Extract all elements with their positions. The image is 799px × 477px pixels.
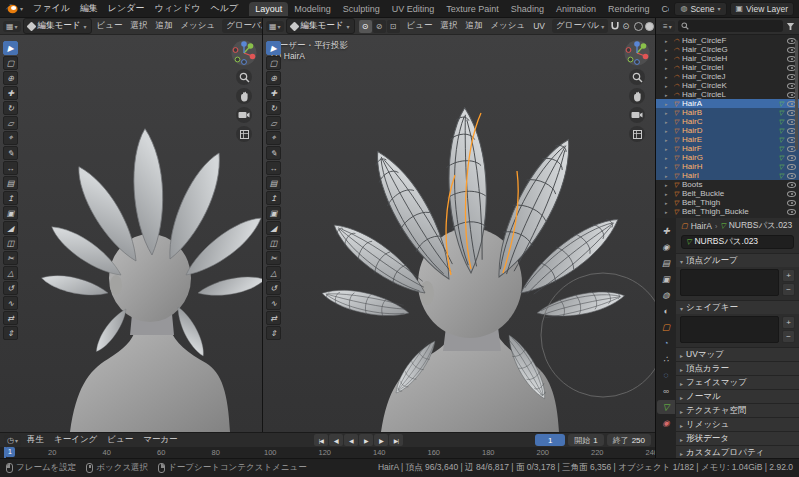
transform-orientation-selector[interactable]: グローバル ▾ (552, 19, 608, 33)
visibility-eye-icon[interactable] (787, 191, 796, 197)
breadcrumb-object[interactable]: HairA (691, 221, 712, 231)
timeline-ruler[interactable]: 20 40 60 80 100 120 140 160 (0, 447, 655, 458)
scene-selector[interactable]: ◍ Scene ▾ (674, 2, 726, 16)
proportional-edit-icon[interactable]: ⊙ (622, 20, 629, 33)
annotate-tool[interactable]: ✎ (3, 146, 18, 160)
camera-view-button[interactable] (236, 107, 252, 123)
editor-type-button[interactable]: ▦▾ (3, 21, 21, 32)
rotate-tool[interactable]: ↻ (266, 101, 281, 115)
panel-header[interactable]: 形状データ (676, 432, 799, 445)
panel-list-box[interactable] (680, 316, 779, 343)
annotate-tool[interactable]: ✎ (266, 146, 281, 160)
outliner-item[interactable]: ▸ ◠ Hair_CircleH (656, 54, 799, 63)
spin-tool[interactable]: ↺ (266, 281, 281, 295)
outliner-search-input[interactable] (678, 20, 783, 32)
transform-orientation-selector[interactable]: グローバル ▾ (222, 19, 262, 33)
expand-arrow-icon[interactable]: ▸ (665, 209, 670, 215)
workspace-tab[interactable]: Rendering (602, 2, 656, 16)
viewport-right-canvas[interactable]: ユーザー・平行投影 (1) HairA ▶ ▢ ⊕ ✚ (263, 35, 655, 432)
topbar-menu-item[interactable]: ヘルプ (206, 2, 244, 15)
viewport-menu-item[interactable]: メッシュ (487, 20, 528, 32)
world-tab[interactable]: ◐ (657, 304, 675, 318)
viewport-left-canvas[interactable]: ▶ ▢ ⊕ ✚ ↻ ▱ ⌖ (0, 35, 262, 432)
knife-tool[interactable]: ✂ (3, 251, 18, 265)
panel-header[interactable]: フェイスマップ (676, 376, 799, 389)
viewport-menu-item[interactable]: UV (530, 21, 548, 31)
workspace-tab[interactable]: UV Editing (386, 2, 441, 16)
poly-build-tool[interactable]: △ (3, 266, 18, 280)
panel-header[interactable]: 頂点グループ (676, 254, 799, 267)
inset-faces-tool[interactable]: ▣ (266, 206, 281, 220)
outliner-item[interactable]: ▸ ▽ HairB ▽ (656, 108, 799, 117)
expand-arrow-icon[interactable]: ▸ (665, 164, 670, 170)
outliner-item[interactable]: ▸ ▽ Belt_Buckle (656, 189, 799, 198)
add-cube-tool[interactable]: ▤ (266, 176, 281, 190)
select-tweak-tool[interactable]: ▶ (3, 41, 18, 55)
3d-scene-left[interactable] (0, 35, 262, 432)
visibility-eye-icon[interactable] (787, 200, 796, 206)
outliner-item[interactable]: ▸ ▽ Boots (656, 180, 799, 189)
camera-view-button[interactable] (629, 107, 645, 123)
panel-header[interactable]: リメッシュ (676, 418, 799, 431)
rotate-tool[interactable]: ↻ (3, 101, 18, 115)
panel-list-box[interactable] (680, 269, 779, 296)
visibility-eye-icon[interactable] (787, 155, 796, 161)
visibility-eye-icon[interactable] (787, 164, 796, 170)
cursor-3d-tool[interactable]: ⊕ (266, 71, 281, 85)
outliner-scrollbar[interactable] (795, 40, 798, 150)
extrude-region-tool[interactable]: ↥ (266, 191, 281, 205)
prev-keyframe-button[interactable]: ◀| (329, 434, 343, 446)
orthographic-toggle-button[interactable] (629, 126, 645, 142)
workspace-tab[interactable]: Layout (249, 2, 288, 16)
visibility-eye-icon[interactable] (787, 173, 796, 179)
viewport-menu-item[interactable]: 選択 (127, 20, 150, 32)
navigation-gizmo[interactable] (231, 40, 257, 66)
timeline-menu-item[interactable]: キーイング (50, 434, 101, 446)
panel-header[interactable]: シェイプキー (676, 301, 799, 314)
workspace-tab[interactable]: Shading (505, 2, 550, 16)
edge-slide-tool[interactable]: ⇄ (3, 311, 18, 325)
expand-arrow-icon[interactable]: ▸ (665, 173, 670, 179)
expand-arrow-icon[interactable]: ▸ (665, 182, 670, 188)
expand-arrow-icon[interactable]: ▸ (665, 128, 670, 134)
current-frame-field[interactable]: 1 (535, 434, 565, 446)
timeline-menu-item[interactable]: 再生 (23, 434, 48, 446)
extrude-region-tool[interactable]: ↥ (3, 191, 18, 205)
filter-icon[interactable] (786, 22, 795, 31)
spin-tool[interactable]: ↺ (3, 281, 18, 295)
outliner-item[interactable]: ▸ ▽ HairA ▽ (656, 99, 799, 108)
bevel-tool[interactable]: ◢ (3, 221, 18, 235)
transform-tool[interactable]: ⌖ (3, 131, 18, 145)
expand-arrow-icon[interactable]: ▸ (665, 110, 670, 116)
outliner-item[interactable]: ▸ ◠ Hair_CircleK (656, 81, 799, 90)
material-tab[interactable]: ◉ (657, 416, 675, 430)
expand-arrow-icon[interactable]: ▸ (665, 47, 670, 53)
select-tweak-tool[interactable]: ▶ (266, 41, 281, 55)
smooth-tool[interactable]: ∿ (266, 296, 281, 310)
mode-selector[interactable]: 編集モード ▾ (23, 18, 92, 34)
remove-item-button[interactable]: − (782, 283, 795, 296)
loop-cut-tool[interactable]: ◫ (3, 236, 18, 250)
cursor-3d-tool[interactable]: ⊕ (3, 71, 18, 85)
3d-scene-right[interactable] (263, 35, 655, 432)
outliner-item[interactable]: ▸ ▽ Belt_Thigh (656, 198, 799, 207)
play-button[interactable]: ▶ (359, 434, 373, 446)
zoom-button[interactable] (236, 69, 252, 85)
pan-button[interactable] (629, 88, 645, 104)
outliner-item[interactable]: ▸ ▽ HairI ▽ (656, 171, 799, 180)
viewport-menu-item[interactable]: メッシュ (177, 20, 218, 32)
timeline-menu-item[interactable]: ビュー (103, 434, 137, 446)
workspace-tab[interactable]: Sculpting (337, 2, 386, 16)
move-tool[interactable]: ✚ (3, 86, 18, 100)
loop-cut-tool[interactable]: ◫ (266, 236, 281, 250)
data-name-field[interactable]: ▽ NURBSパス.023 (681, 235, 794, 249)
visibility-eye-icon[interactable] (787, 209, 796, 215)
outliner-item[interactable]: ▸ ◠ Hair_CircleJ (656, 72, 799, 81)
blender-menu-button[interactable]: ▾ (0, 3, 28, 14)
render-tab[interactable]: ◉ (657, 240, 675, 254)
inset-faces-tool[interactable]: ▣ (3, 206, 18, 220)
expand-arrow-icon[interactable]: ▸ (665, 101, 670, 107)
expand-arrow-icon[interactable]: ▸ (665, 56, 670, 62)
visibility-eye-icon[interactable] (787, 182, 796, 188)
play-reverse-button[interactable]: ◀ (344, 434, 358, 446)
